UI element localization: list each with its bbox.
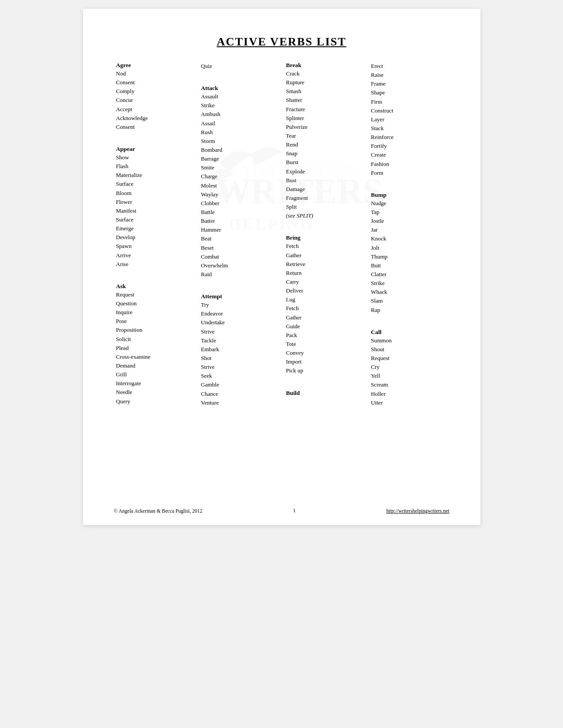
word-butt: Butt: [371, 261, 447, 270]
word-splinter: Splinter: [286, 114, 363, 123]
word-shatter: Shatter: [286, 96, 363, 105]
word-yell: Yell: [371, 372, 447, 380]
footer-url: http://writershelpingwriters.net: [386, 508, 450, 514]
header-break: Break: [286, 62, 363, 69]
footer-page-number: 1: [293, 507, 295, 514]
word-lug: Lug: [286, 295, 363, 304]
word-raise: Raise: [371, 71, 447, 79]
word-shout: Shout: [371, 345, 447, 354]
word-acknowledge: Acknowledge: [116, 114, 193, 123]
word-barrage: Barrage: [201, 154, 277, 163]
word-question: Question: [116, 299, 193, 308]
word-fracture: Fracture: [286, 105, 363, 114]
word-flower: Flower: [116, 198, 193, 206]
word-request1: Request: [116, 290, 193, 299]
header-agree: Agree: [116, 62, 193, 69]
header-build: Build: [286, 390, 363, 397]
word-reinforce: Reinforce: [371, 133, 447, 142]
word-materialize: Materialize: [116, 171, 193, 180]
word-fetch1: Fetch: [286, 242, 363, 251]
word-embark: Embark: [201, 345, 277, 354]
group-quiz: Quiz: [201, 62, 277, 71]
word-fragment: Fragment: [286, 194, 363, 203]
header-attempt: Attempt: [201, 293, 277, 300]
word-jostle: Jostle: [371, 217, 447, 225]
group-bring: Bring Fetch Gather Retrieve Return Carry…: [286, 234, 363, 375]
word-solicit: Solicit: [116, 335, 193, 344]
word-pulverize: Pulverize: [286, 123, 363, 131]
word-bombard: Bombard: [201, 146, 277, 154]
word-grill: Grill: [116, 370, 193, 379]
word-bust: Bust: [286, 176, 363, 185]
word-interrogate: Interrogate: [116, 379, 193, 388]
word-seek: Seek: [201, 372, 277, 380]
word-battle: Battle: [201, 208, 277, 217]
word-strike1: Strike: [201, 101, 277, 110]
word-strive2: Strive: [201, 363, 277, 372]
word-strike2: Strike: [371, 279, 447, 288]
word-pose: Pose: [116, 317, 193, 326]
word-bloom: Bloom: [116, 189, 193, 198]
word-knock: Knock: [371, 234, 447, 243]
word-spawn: Spawn: [116, 242, 193, 251]
word-tackle: Tackle: [201, 336, 277, 345]
word-construct: Construct: [371, 106, 447, 115]
word-quiz: Quiz: [201, 62, 277, 71]
word-waylay: Waylay: [201, 190, 277, 199]
word-inquire: Inquire: [116, 308, 193, 317]
footer: © Angela Ackerman & Becca Puglisi, 2012 …: [114, 507, 450, 514]
word-convey: Convey: [286, 349, 363, 357]
word-slam: Slam: [371, 296, 447, 305]
word-gather2: Gather: [286, 313, 363, 322]
word-consent1: Consent: [116, 78, 193, 87]
group-bump: Bump Nudge Tap Jostle Jar Knock Jolt Thu…: [371, 191, 447, 315]
word-split: Split: [286, 203, 363, 211]
column-4: Erect Raise Frame Shape Firm Construct L…: [369, 62, 450, 413]
word-molest: Molest: [201, 181, 277, 190]
page-title: ACTIVE VERBS LIST: [114, 35, 450, 49]
word-deliver: Deliver: [286, 286, 363, 295]
word-snap: Snap: [286, 149, 363, 158]
word-gather1: Gather: [286, 251, 363, 260]
word-charge: Charge: [201, 172, 277, 181]
group-ask: Ask Request Question Inquire Pose Propos…: [116, 283, 193, 406]
group-agree: Agree Nod Consent Comply Concur Accept A…: [116, 62, 193, 131]
word-guide: Guide: [286, 322, 363, 331]
word-rush: Rush: [201, 128, 277, 137]
word-plead: Plead: [116, 344, 193, 353]
word-arrive: Arrive: [116, 251, 193, 260]
header-bump: Bump: [371, 191, 447, 199]
word-concur: Concur: [116, 96, 193, 105]
word-overwhelm: Overwhelm: [201, 261, 277, 270]
word-comply: Comply: [116, 87, 193, 96]
group-call: Call Summon Shout Request Cry Yell Screa…: [371, 329, 447, 407]
word-erect: Erect: [371, 62, 447, 71]
word-raid: Raid: [201, 270, 277, 279]
word-return: Return: [286, 269, 363, 278]
word-query: Query: [116, 397, 193, 406]
word-rupture: Rupture: [286, 78, 363, 87]
word-clobber: Clobber: [201, 199, 277, 208]
word-storm: Storm: [201, 137, 277, 146]
group-break: Break Crack Rupture Smash Shatter Fractu…: [286, 62, 363, 220]
word-burst: Burst: [286, 158, 363, 167]
word-proposition: Proposition: [116, 326, 193, 334]
word-surface1: Surface: [116, 180, 193, 188]
word-fetch2: Fetch: [286, 304, 363, 313]
word-combat: Combat: [201, 252, 277, 261]
word-rend: Rend: [286, 140, 363, 149]
word-import: Import: [286, 357, 363, 366]
word-thump: Thump: [371, 252, 447, 261]
word-chance: Chance: [201, 390, 277, 398]
header-attack: Attack: [201, 85, 277, 92]
header-appear: Appear: [116, 146, 193, 153]
word-needle: Needle: [116, 388, 193, 397]
word-smash: Smash: [286, 87, 363, 96]
word-flash: Flash: [116, 162, 193, 171]
word-venture: Venture: [201, 398, 277, 407]
group-attack: Attack Assault Strike Ambush Assail Rush…: [201, 85, 277, 279]
word-undertake: Undertake: [201, 318, 277, 327]
group-appear: Appear Show Flash Materialize Surface Bl…: [116, 146, 193, 269]
word-jolt: Jolt: [371, 244, 447, 252]
word-form: Form: [371, 169, 447, 177]
